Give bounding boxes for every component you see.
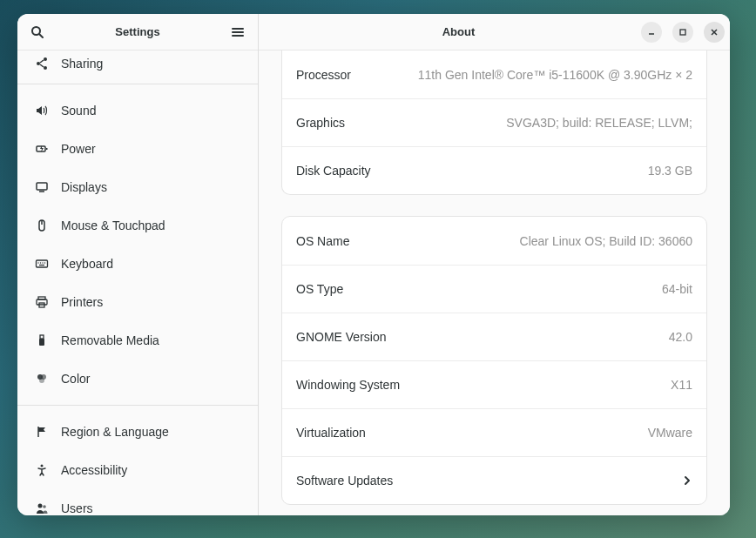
sidebar-item-label: Power <box>61 142 96 156</box>
svg-point-18 <box>40 262 41 263</box>
sidebar-item-power[interactable]: Power <box>17 130 258 168</box>
sidebar-item-sound[interactable]: Sound <box>17 91 258 130</box>
row-value: 64-bit <box>662 282 692 296</box>
svg-point-7 <box>44 66 47 70</box>
svg-point-5 <box>44 57 47 61</box>
sidebar-title: Settings <box>52 25 223 38</box>
row-value: Clear Linux OS; Build ID: 36060 <box>520 234 692 248</box>
search-icon <box>30 25 44 39</box>
svg-point-17 <box>37 262 38 263</box>
svg-rect-12 <box>37 183 47 190</box>
color-icon <box>35 372 49 386</box>
system-card: OS Name Clear Linux OS; Build ID: 36060 … <box>281 216 707 505</box>
row-value: SVGA3D; build: RELEASE; LLVM; <box>506 116 692 130</box>
svg-rect-25 <box>39 339 44 346</box>
sidebar-item-mouse[interactable]: Mouse & Touchpad <box>17 206 258 245</box>
divider <box>17 84 258 84</box>
flag-icon <box>35 425 49 439</box>
search-button[interactable] <box>23 17 52 47</box>
row-label: Processor <box>296 68 351 82</box>
info-row-os-name: OS Name Clear Linux OS; Build ID: 36060 <box>282 217 706 265</box>
sidebar-item-printers[interactable]: Printers <box>17 283 258 321</box>
minimize-icon <box>647 28 656 37</box>
maximize-button[interactable] <box>672 22 693 43</box>
speaker-icon <box>35 104 49 118</box>
sidebar-item-accessibility[interactable]: Accessibility <box>17 451 258 489</box>
hamburger-icon <box>231 25 245 39</box>
sidebar-item-label: Displays <box>61 180 107 194</box>
svg-point-32 <box>38 504 43 508</box>
svg-rect-16 <box>37 260 48 267</box>
close-icon <box>710 28 719 37</box>
svg-point-29 <box>39 378 44 383</box>
usb-icon <box>35 333 49 347</box>
share-icon <box>35 57 49 71</box>
sidebar-item-label: Keyboard <box>61 257 113 271</box>
row-label: OS Type <box>296 282 343 296</box>
sidebar-item-label: Color <box>61 372 90 386</box>
main-panel: About Processor 11th Gen Intel® Core™ i5… <box>259 14 730 515</box>
row-label: Graphics <box>296 116 345 130</box>
sidebar-header: Settings <box>17 14 258 50</box>
svg-rect-11 <box>46 148 48 150</box>
window-controls <box>641 22 725 43</box>
accessibility-icon <box>35 463 49 477</box>
info-row-windowing-system: Windowing System X11 <box>282 360 706 408</box>
sidebar-item-sharing[interactable]: Sharing <box>17 50 258 77</box>
mouse-icon <box>35 219 49 232</box>
info-row-os-type: OS Type 64-bit <box>282 265 706 313</box>
hardware-card: Processor 11th Gen Intel® Core™ i5-11600… <box>281 50 707 195</box>
sidebar-item-label: Mouse & Touchpad <box>61 219 165 232</box>
row-value: 42.0 <box>669 330 692 344</box>
page-title: About <box>276 25 641 38</box>
svg-line-1 <box>39 34 43 37</box>
svg-rect-26 <box>40 335 44 339</box>
row-label: OS Name <box>296 234 349 248</box>
row-value: VMware <box>648 426 692 440</box>
row-label: Software Updates <box>296 474 393 488</box>
svg-point-33 <box>43 505 46 508</box>
sidebar-list: Sharing Sound Power Displays Mouse & Tou… <box>17 50 258 515</box>
svg-point-20 <box>44 262 45 263</box>
sidebar-item-label: Users <box>61 501 93 515</box>
info-row-graphics: Graphics SVGA3D; build: RELEASE; LLVM; <box>282 98 706 146</box>
sidebar-item-displays[interactable]: Displays <box>17 168 258 206</box>
power-icon <box>35 142 49 156</box>
sidebar-item-color[interactable]: Color <box>17 360 258 398</box>
sidebar-item-removable-media[interactable]: Removable Media <box>17 321 258 360</box>
svg-point-31 <box>41 465 44 467</box>
settings-window: Settings Sharing Sound Power <box>17 14 730 515</box>
sidebar: Settings Sharing Sound Power <box>17 14 259 515</box>
row-label: Windowing System <box>296 378 400 392</box>
sidebar-item-keyboard[interactable]: Keyboard <box>17 245 258 283</box>
divider <box>17 405 258 406</box>
sidebar-item-label: Printers <box>61 295 103 309</box>
printer-icon <box>35 295 49 309</box>
sidebar-item-label: Sound <box>61 104 96 118</box>
svg-rect-23 <box>37 299 47 305</box>
maximize-icon <box>678 28 687 37</box>
minimize-button[interactable] <box>641 22 662 43</box>
menu-button[interactable] <box>223 17 253 47</box>
svg-line-9 <box>40 64 44 67</box>
close-button[interactable] <box>704 22 725 43</box>
row-value: 11th Gen Intel® Core™ i5-11600K @ 3.90GH… <box>418 68 692 82</box>
row-value: X11 <box>671 378 692 392</box>
svg-point-19 <box>42 262 43 263</box>
row-label: GNOME Version <box>296 330 386 344</box>
users-icon <box>35 501 49 515</box>
row-value: 19.3 GB <box>648 164 692 178</box>
sidebar-item-region[interactable]: Region & Language <box>17 413 258 451</box>
row-label: Virtualization <box>296 426 366 440</box>
sidebar-item-label: Accessibility <box>61 463 127 477</box>
chevron-right-icon <box>682 475 692 486</box>
main-content: Processor 11th Gen Intel® Core™ i5-11600… <box>259 50 730 515</box>
svg-line-8 <box>40 60 44 63</box>
sidebar-item-users[interactable]: Users <box>17 489 258 515</box>
display-icon <box>35 180 49 194</box>
info-row-virtualization: Virtualization VMware <box>282 408 706 456</box>
software-updates-row[interactable]: Software Updates <box>282 456 706 504</box>
main-header: About <box>259 14 730 50</box>
keyboard-icon <box>35 257 49 271</box>
info-row-disk: Disk Capacity 19.3 GB <box>282 146 706 194</box>
